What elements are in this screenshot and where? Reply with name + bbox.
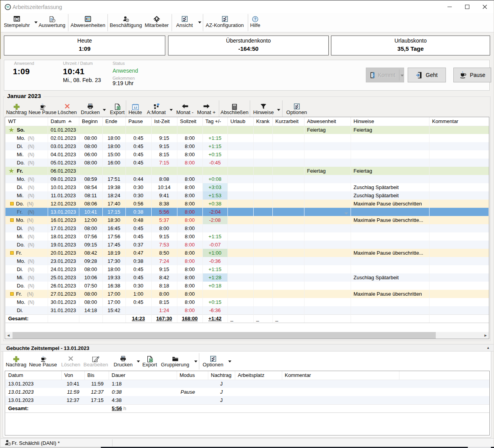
svg-text:?: ? <box>254 17 257 21</box>
svg-text:12: 12 <box>134 106 137 109</box>
